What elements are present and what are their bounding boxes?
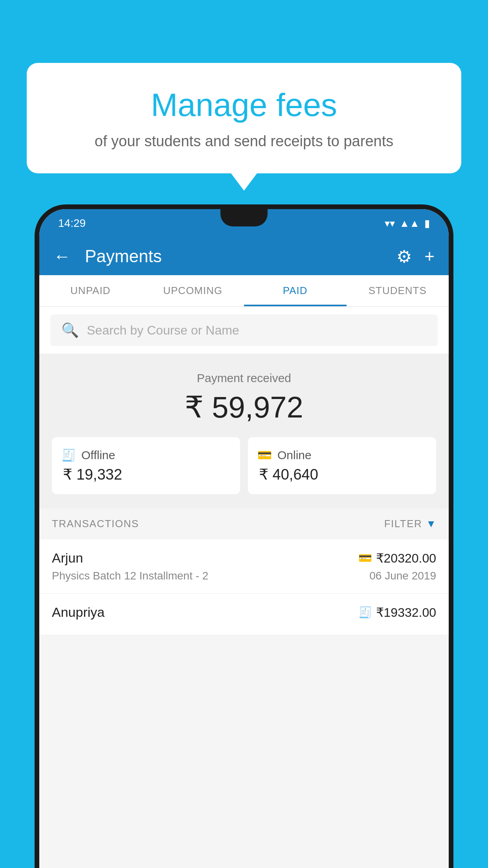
tab-unpaid[interactable]: UNPAID xyxy=(39,275,142,306)
transactions-header: TRANSACTIONS FILTER ▼ xyxy=(39,508,449,539)
settings-icon[interactable]: ⚙ xyxy=(396,246,412,267)
offline-card: 🧾 Offline ₹ 19,332 xyxy=(52,437,240,494)
transaction-row[interactable]: Arjun 💳 ₹20320.00 Physics Batch 12 Insta… xyxy=(39,539,449,594)
transaction-name: Anupriya xyxy=(52,605,105,620)
search-container: 🔍 Search by Course or Name xyxy=(39,307,449,354)
transaction-row-top: Arjun 💳 ₹20320.00 xyxy=(52,550,436,566)
search-icon: 🔍 xyxy=(61,322,79,338)
tab-paid[interactable]: PAID xyxy=(244,275,347,306)
transaction-row-top: Anupriya 🧾 ₹19332.00 xyxy=(52,605,436,620)
transaction-name: Arjun xyxy=(52,550,83,566)
transaction-row[interactable]: Anupriya 🧾 ₹19332.00 xyxy=(39,594,449,635)
offline-label: Offline xyxy=(81,449,115,462)
transaction-amount-area: 💳 ₹20320.00 xyxy=(358,551,436,566)
tab-students[interactable]: STUDENTS xyxy=(347,275,449,306)
bubble-title: Manage fees xyxy=(58,86,430,123)
search-bar[interactable]: 🔍 Search by Course or Name xyxy=(50,314,438,346)
payment-total-amount: ₹ 59,972 xyxy=(52,390,436,425)
filter-label: FILTER xyxy=(384,518,422,530)
online-icon: 💳 xyxy=(257,448,272,462)
filter-icon: ▼ xyxy=(426,518,436,530)
payment-received-label: Payment received xyxy=(52,371,436,385)
back-button[interactable]: ← xyxy=(53,246,71,266)
transaction-date: 06 June 2019 xyxy=(369,570,436,582)
online-payment-icon: 💳 xyxy=(358,552,372,565)
phone-screen: 14:29 ▾▾ ▲▲ ▮ ← Payments ⚙ + UNPAID UPCO… xyxy=(39,209,449,868)
status-bar: 14:29 ▾▾ ▲▲ ▮ xyxy=(39,209,449,237)
offline-icon: 🧾 xyxy=(61,448,76,462)
filter-area[interactable]: FILTER ▼ xyxy=(384,518,436,530)
top-bar-icons: ⚙ + xyxy=(396,246,435,267)
offline-amount: ₹ 19,332 xyxy=(63,466,231,483)
transaction-amount: ₹19332.00 xyxy=(376,605,436,620)
wifi-icon: ▾▾ xyxy=(385,217,395,230)
offline-card-header: 🧾 Offline xyxy=(61,448,231,462)
transactions-label: TRANSACTIONS xyxy=(52,518,139,530)
payment-cards: 🧾 Offline ₹ 19,332 💳 Online ₹ 40,640 xyxy=(52,437,436,494)
transaction-amount-area: 🧾 ₹19332.00 xyxy=(358,605,436,620)
online-card-header: 💳 Online xyxy=(257,448,427,462)
payment-summary: Payment received ₹ 59,972 🧾 Offline ₹ 19… xyxy=(39,354,449,508)
status-icons: ▾▾ ▲▲ ▮ xyxy=(385,217,430,230)
speech-bubble: Manage fees of your students and send re… xyxy=(27,63,461,173)
tabs: UNPAID UPCOMING PAID STUDENTS xyxy=(39,275,449,307)
offline-payment-icon: 🧾 xyxy=(358,606,372,619)
add-icon[interactable]: + xyxy=(424,246,435,266)
online-card: 💳 Online ₹ 40,640 xyxy=(248,437,436,494)
online-label: Online xyxy=(277,449,312,462)
bubble-subtitle: of your students and send receipts to pa… xyxy=(58,133,430,150)
transaction-amount: ₹20320.00 xyxy=(376,551,436,566)
online-amount: ₹ 40,640 xyxy=(259,466,427,483)
phone-frame: 14:29 ▾▾ ▲▲ ▮ ← Payments ⚙ + UNPAID UPCO… xyxy=(35,204,453,868)
signal-icon: ▲▲ xyxy=(400,217,420,230)
battery-icon: ▮ xyxy=(424,217,430,230)
page-title: Payments xyxy=(85,246,387,266)
top-bar: ← Payments ⚙ + xyxy=(39,237,449,275)
speech-bubble-container: Manage fees of your students and send re… xyxy=(27,63,461,173)
status-time: 14:29 xyxy=(58,217,86,230)
search-input[interactable]: Search by Course or Name xyxy=(87,323,239,338)
transaction-description: Physics Batch 12 Installment - 2 xyxy=(52,570,208,582)
transaction-row-bottom: Physics Batch 12 Installment - 2 06 June… xyxy=(52,570,436,582)
tab-upcoming[interactable]: UPCOMING xyxy=(142,275,244,306)
phone-notch xyxy=(220,209,268,226)
